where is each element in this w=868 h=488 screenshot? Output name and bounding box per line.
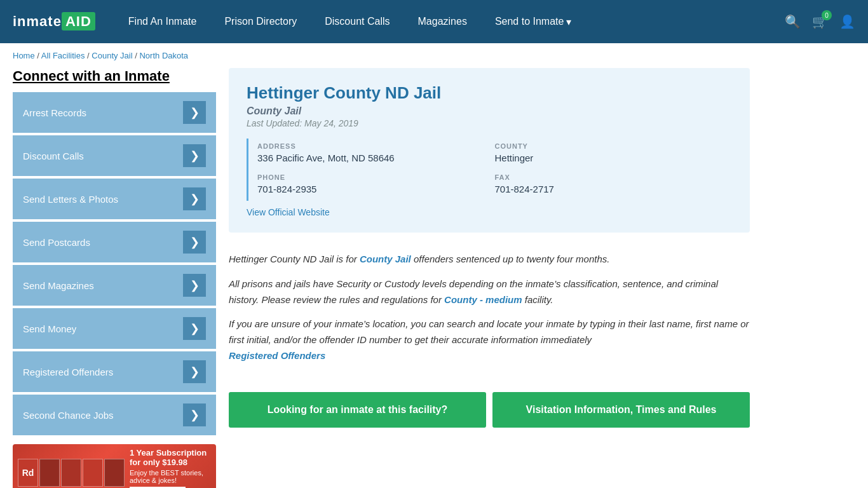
- sidebar-item-label: Send Money: [23, 323, 76, 334]
- sidebar-item-label: Registered Offenders: [23, 367, 113, 377]
- ad-title: 1 Year Subscription for only $19.98: [130, 448, 211, 467]
- sidebar-send-magazines[interactable]: Send Magazines ❯: [13, 265, 216, 306]
- cta-row: Looking for an inmate at this facility? …: [229, 392, 750, 428]
- county-label: COUNTY: [495, 142, 733, 150]
- address-cell: ADDRESS 336 Pacific Ave, Mott, ND 58646: [257, 139, 495, 170]
- find-inmate-cta-button[interactable]: Looking for an inmate at this facility?: [229, 392, 486, 428]
- sidebar-arrow-icon: ❯: [183, 101, 206, 124]
- facility-card: Hettinger County ND Jail County Jail Las…: [229, 68, 750, 233]
- sidebar-item-label: Send Magazines: [23, 280, 94, 291]
- logo[interactable]: inmateAID: [13, 13, 95, 30]
- sidebar-send-postcards[interactable]: Send Postcards ❯: [13, 222, 216, 262]
- sidebar-discount-calls[interactable]: Discount Calls ❯: [13, 135, 216, 176]
- dropdown-arrow-icon: ▾: [566, 16, 571, 28]
- breadcrumb-county-jail[interactable]: County Jail: [92, 51, 132, 60]
- sidebar-arrest-records[interactable]: Arrest Records ❯: [13, 92, 216, 133]
- desc1-text: Hettinger County ND Jail is for: [229, 254, 357, 264]
- sidebar-arrow-icon: ❯: [183, 317, 206, 340]
- county-value: Hettinger: [495, 152, 733, 163]
- header-icons: 🔍 🛒 0 👤: [785, 14, 855, 29]
- magazine-cover: [83, 459, 103, 487]
- breadcrumb-home[interactable]: Home: [13, 51, 35, 60]
- facility-info-grid: ADDRESS 336 Pacific Ave, Mott, ND 58646 …: [247, 139, 732, 201]
- user-icon[interactable]: 👤: [839, 14, 855, 29]
- facility-last-updated: Last Updated: May 24, 2019: [247, 118, 732, 128]
- sidebar-item-label: Second Chance Jobs: [23, 410, 114, 421]
- official-website-link[interactable]: View Official Website: [247, 207, 732, 217]
- registered-offenders-link[interactable]: Registered Offenders: [229, 350, 325, 361]
- sidebar-send-money[interactable]: Send Money ❯: [13, 308, 216, 349]
- desc1-end-text: offenders sentenced up to twenty four mo…: [414, 254, 610, 264]
- magazine-cover: [39, 459, 60, 487]
- county-jail-link[interactable]: County Jail: [360, 254, 411, 264]
- phone-label: PHONE: [257, 173, 495, 181]
- facility-description: Hettinger County ND Jail is for County J…: [229, 245, 750, 379]
- sidebar-item-label: Send Postcards: [23, 237, 90, 248]
- nav-discount-calls[interactable]: Discount Calls: [311, 16, 403, 27]
- desc-paragraph-2: All prisons and jails have Security or C…: [229, 276, 750, 308]
- desc-paragraph-3: If you are unsure of your inmate’s locat…: [229, 316, 750, 363]
- cart-badge: 0: [822, 10, 832, 20]
- sidebar-item-label: Arrest Records: [23, 107, 86, 118]
- sidebar-title: Connect with an Inmate: [13, 68, 216, 85]
- sidebar-arrow-icon: ❯: [183, 187, 206, 210]
- desc2-end-text: facility.: [525, 294, 553, 305]
- sidebar-second-chance-jobs[interactable]: Second Chance Jobs ❯: [13, 395, 216, 435]
- sidebar-item-label: Send Letters & Photos: [23, 194, 118, 205]
- main-nav: Find An Inmate Prison Directory Discount…: [114, 16, 785, 28]
- logo-text: inmateAID: [13, 13, 95, 30]
- fax-value: 701-824-2717: [495, 184, 733, 194]
- ad-content: Rd 1 Year Subscription for only $19.98 E…: [13, 444, 216, 488]
- phone-cell: PHONE 701-824-2935: [257, 170, 495, 201]
- sidebar-arrow-icon: ❯: [183, 231, 206, 254]
- magazine-cover: Rd: [18, 459, 38, 487]
- ad-subtitle: Enjoy the BEST stories, advice & jokes!: [130, 469, 211, 484]
- logo-inmate-text: inmate: [13, 13, 62, 29]
- fax-label: FAX: [495, 173, 733, 181]
- magazine-cover: [61, 459, 81, 487]
- sidebar: Connect with an Inmate Arrest Records ❯ …: [13, 68, 216, 488]
- sidebar-arrow-icon: ❯: [183, 274, 206, 297]
- nav-find-inmate[interactable]: Find An Inmate: [114, 16, 211, 27]
- ad-magazine-covers: Rd: [18, 459, 125, 487]
- facility-type: County Jail: [247, 105, 732, 117]
- search-icon[interactable]: 🔍: [785, 14, 801, 29]
- sidebar-registered-offenders[interactable]: Registered Offenders ❯: [13, 351, 216, 392]
- cart-icon[interactable]: 🛒 0: [812, 14, 828, 29]
- main-content: Hettinger County ND Jail County Jail Las…: [229, 68, 750, 488]
- sidebar-arrow-icon: ❯: [183, 144, 206, 167]
- phone-value: 701-824-2935: [257, 184, 495, 194]
- nav-prison-directory[interactable]: Prison Directory: [210, 16, 311, 27]
- breadcrumb-state[interactable]: North Dakota: [139, 51, 188, 60]
- logo-aid-text: AID: [62, 12, 95, 30]
- county-cell: COUNTY Hettinger: [495, 139, 733, 170]
- sidebar-advertisement: Rd 1 Year Subscription for only $19.98 E…: [13, 444, 216, 488]
- send-to-inmate-label: Send to Inmate: [495, 16, 564, 27]
- breadcrumb-all-facilities[interactable]: All Facilities: [41, 51, 85, 60]
- address-label: ADDRESS: [257, 142, 495, 150]
- nav-send-to-inmate[interactable]: Send to Inmate ▾: [481, 16, 586, 28]
- sidebar-arrow-icon: ❯: [183, 360, 206, 383]
- header: inmateAID Find An Inmate Prison Director…: [0, 0, 868, 43]
- address-value: 336 Pacific Ave, Mott, ND 58646: [257, 152, 495, 163]
- visitation-info-cta-button[interactable]: Visitation Information, Times and Rules: [492, 392, 750, 428]
- sidebar-item-label: Discount Calls: [23, 151, 84, 161]
- desc-paragraph-1: Hettinger County ND Jail is for County J…: [229, 252, 750, 268]
- desc3-text: If you are unsure of your inmate’s locat…: [229, 318, 749, 345]
- breadcrumb: Home / All Facilities / County Jail / No…: [0, 43, 868, 68]
- facility-name: Hettinger County ND Jail: [247, 83, 732, 103]
- sidebar-send-letters[interactable]: Send Letters & Photos ❯: [13, 179, 216, 219]
- fax-cell: FAX 701-824-2717: [495, 170, 733, 201]
- nav-magazines[interactable]: Magazines: [404, 16, 481, 27]
- sidebar-arrow-icon: ❯: [183, 403, 206, 426]
- magazine-cover: [104, 459, 125, 487]
- county-medium-link[interactable]: County - medium: [444, 294, 522, 305]
- ad-text: 1 Year Subscription for only $19.98 Enjo…: [130, 448, 211, 488]
- main-container: Connect with an Inmate Arrest Records ❯ …: [0, 68, 763, 488]
